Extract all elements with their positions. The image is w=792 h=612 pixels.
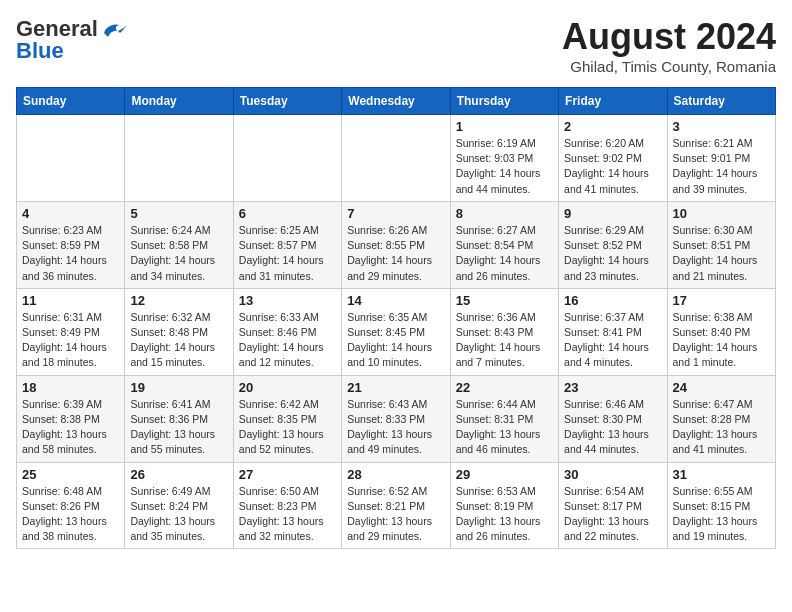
calendar-week-row: 1Sunrise: 6:19 AMSunset: 9:03 PMDaylight… [17, 115, 776, 202]
calendar-cell: 5Sunrise: 6:24 AMSunset: 8:58 PMDaylight… [125, 201, 233, 288]
calendar-cell: 31Sunrise: 6:55 AMSunset: 8:15 PMDayligh… [667, 462, 775, 549]
day-number: 10 [673, 206, 770, 221]
calendar-cell [342, 115, 450, 202]
calendar-cell: 30Sunrise: 6:54 AMSunset: 8:17 PMDayligh… [559, 462, 667, 549]
day-number: 14 [347, 293, 444, 308]
calendar-cell: 12Sunrise: 6:32 AMSunset: 8:48 PMDayligh… [125, 288, 233, 375]
weekday-header-saturday: Saturday [667, 88, 775, 115]
calendar-cell: 23Sunrise: 6:46 AMSunset: 8:30 PMDayligh… [559, 375, 667, 462]
day-info: Sunrise: 6:48 AMSunset: 8:26 PMDaylight:… [22, 484, 119, 545]
calendar-cell: 6Sunrise: 6:25 AMSunset: 8:57 PMDaylight… [233, 201, 341, 288]
day-info: Sunrise: 6:47 AMSunset: 8:28 PMDaylight:… [673, 397, 770, 458]
calendar-cell: 1Sunrise: 6:19 AMSunset: 9:03 PMDaylight… [450, 115, 558, 202]
day-number: 6 [239, 206, 336, 221]
calendar-cell: 8Sunrise: 6:27 AMSunset: 8:54 PMDaylight… [450, 201, 558, 288]
day-number: 8 [456, 206, 553, 221]
calendar-cell: 16Sunrise: 6:37 AMSunset: 8:41 PMDayligh… [559, 288, 667, 375]
calendar-cell: 20Sunrise: 6:42 AMSunset: 8:35 PMDayligh… [233, 375, 341, 462]
calendar-cell [17, 115, 125, 202]
calendar-cell: 4Sunrise: 6:23 AMSunset: 8:59 PMDaylight… [17, 201, 125, 288]
day-number: 7 [347, 206, 444, 221]
day-info: Sunrise: 6:46 AMSunset: 8:30 PMDaylight:… [564, 397, 661, 458]
day-info: Sunrise: 6:31 AMSunset: 8:49 PMDaylight:… [22, 310, 119, 371]
day-info: Sunrise: 6:29 AMSunset: 8:52 PMDaylight:… [564, 223, 661, 284]
day-number: 3 [673, 119, 770, 134]
month-year-title: August 2024 [562, 16, 776, 58]
day-number: 23 [564, 380, 661, 395]
calendar-cell: 14Sunrise: 6:35 AMSunset: 8:45 PMDayligh… [342, 288, 450, 375]
day-info: Sunrise: 6:42 AMSunset: 8:35 PMDaylight:… [239, 397, 336, 458]
day-info: Sunrise: 6:20 AMSunset: 9:02 PMDaylight:… [564, 136, 661, 197]
day-number: 19 [130, 380, 227, 395]
calendar-cell: 9Sunrise: 6:29 AMSunset: 8:52 PMDaylight… [559, 201, 667, 288]
calendar-week-row: 18Sunrise: 6:39 AMSunset: 8:38 PMDayligh… [17, 375, 776, 462]
day-info: Sunrise: 6:52 AMSunset: 8:21 PMDaylight:… [347, 484, 444, 545]
day-number: 9 [564, 206, 661, 221]
day-info: Sunrise: 6:21 AMSunset: 9:01 PMDaylight:… [673, 136, 770, 197]
day-info: Sunrise: 6:37 AMSunset: 8:41 PMDaylight:… [564, 310, 661, 371]
weekday-header-tuesday: Tuesday [233, 88, 341, 115]
calendar-cell: 11Sunrise: 6:31 AMSunset: 8:49 PMDayligh… [17, 288, 125, 375]
calendar-cell: 10Sunrise: 6:30 AMSunset: 8:51 PMDayligh… [667, 201, 775, 288]
calendar-cell: 22Sunrise: 6:44 AMSunset: 8:31 PMDayligh… [450, 375, 558, 462]
calendar-cell: 26Sunrise: 6:49 AMSunset: 8:24 PMDayligh… [125, 462, 233, 549]
calendar-cell: 17Sunrise: 6:38 AMSunset: 8:40 PMDayligh… [667, 288, 775, 375]
day-info: Sunrise: 6:36 AMSunset: 8:43 PMDaylight:… [456, 310, 553, 371]
calendar-week-row: 11Sunrise: 6:31 AMSunset: 8:49 PMDayligh… [17, 288, 776, 375]
calendar-cell: 2Sunrise: 6:20 AMSunset: 9:02 PMDaylight… [559, 115, 667, 202]
day-number: 12 [130, 293, 227, 308]
calendar-cell: 24Sunrise: 6:47 AMSunset: 8:28 PMDayligh… [667, 375, 775, 462]
day-number: 13 [239, 293, 336, 308]
logo-blue: Blue [16, 38, 64, 64]
calendar-cell: 3Sunrise: 6:21 AMSunset: 9:01 PMDaylight… [667, 115, 775, 202]
calendar-cell: 28Sunrise: 6:52 AMSunset: 8:21 PMDayligh… [342, 462, 450, 549]
day-number: 31 [673, 467, 770, 482]
day-info: Sunrise: 6:55 AMSunset: 8:15 PMDaylight:… [673, 484, 770, 545]
day-number: 20 [239, 380, 336, 395]
logo-bird-icon [100, 19, 128, 39]
day-number: 2 [564, 119, 661, 134]
day-number: 4 [22, 206, 119, 221]
day-info: Sunrise: 6:38 AMSunset: 8:40 PMDaylight:… [673, 310, 770, 371]
day-number: 18 [22, 380, 119, 395]
calendar-cell: 29Sunrise: 6:53 AMSunset: 8:19 PMDayligh… [450, 462, 558, 549]
day-info: Sunrise: 6:26 AMSunset: 8:55 PMDaylight:… [347, 223, 444, 284]
logo: General Blue [16, 16, 128, 64]
day-info: Sunrise: 6:25 AMSunset: 8:57 PMDaylight:… [239, 223, 336, 284]
day-number: 5 [130, 206, 227, 221]
weekday-header-wednesday: Wednesday [342, 88, 450, 115]
calendar-week-row: 25Sunrise: 6:48 AMSunset: 8:26 PMDayligh… [17, 462, 776, 549]
day-number: 30 [564, 467, 661, 482]
day-info: Sunrise: 6:27 AMSunset: 8:54 PMDaylight:… [456, 223, 553, 284]
day-number: 29 [456, 467, 553, 482]
calendar-cell: 7Sunrise: 6:26 AMSunset: 8:55 PMDaylight… [342, 201, 450, 288]
day-number: 16 [564, 293, 661, 308]
day-info: Sunrise: 6:44 AMSunset: 8:31 PMDaylight:… [456, 397, 553, 458]
day-info: Sunrise: 6:50 AMSunset: 8:23 PMDaylight:… [239, 484, 336, 545]
calendar-cell [125, 115, 233, 202]
day-info: Sunrise: 6:23 AMSunset: 8:59 PMDaylight:… [22, 223, 119, 284]
weekday-header-sunday: Sunday [17, 88, 125, 115]
day-info: Sunrise: 6:41 AMSunset: 8:36 PMDaylight:… [130, 397, 227, 458]
calendar-cell [233, 115, 341, 202]
calendar-cell: 18Sunrise: 6:39 AMSunset: 8:38 PMDayligh… [17, 375, 125, 462]
day-info: Sunrise: 6:43 AMSunset: 8:33 PMDaylight:… [347, 397, 444, 458]
calendar-cell: 21Sunrise: 6:43 AMSunset: 8:33 PMDayligh… [342, 375, 450, 462]
calendar-week-row: 4Sunrise: 6:23 AMSunset: 8:59 PMDaylight… [17, 201, 776, 288]
day-number: 21 [347, 380, 444, 395]
calendar-cell: 13Sunrise: 6:33 AMSunset: 8:46 PMDayligh… [233, 288, 341, 375]
day-number: 17 [673, 293, 770, 308]
page-header: General Blue August 2024 Ghilad, Timis C… [16, 16, 776, 75]
day-number: 11 [22, 293, 119, 308]
day-number: 26 [130, 467, 227, 482]
location-subtitle: Ghilad, Timis County, Romania [562, 58, 776, 75]
day-info: Sunrise: 6:30 AMSunset: 8:51 PMDaylight:… [673, 223, 770, 284]
day-info: Sunrise: 6:53 AMSunset: 8:19 PMDaylight:… [456, 484, 553, 545]
calendar-header-row: SundayMondayTuesdayWednesdayThursdayFrid… [17, 88, 776, 115]
day-info: Sunrise: 6:24 AMSunset: 8:58 PMDaylight:… [130, 223, 227, 284]
day-info: Sunrise: 6:19 AMSunset: 9:03 PMDaylight:… [456, 136, 553, 197]
day-number: 28 [347, 467, 444, 482]
calendar-cell: 19Sunrise: 6:41 AMSunset: 8:36 PMDayligh… [125, 375, 233, 462]
calendar-cell: 25Sunrise: 6:48 AMSunset: 8:26 PMDayligh… [17, 462, 125, 549]
day-info: Sunrise: 6:33 AMSunset: 8:46 PMDaylight:… [239, 310, 336, 371]
